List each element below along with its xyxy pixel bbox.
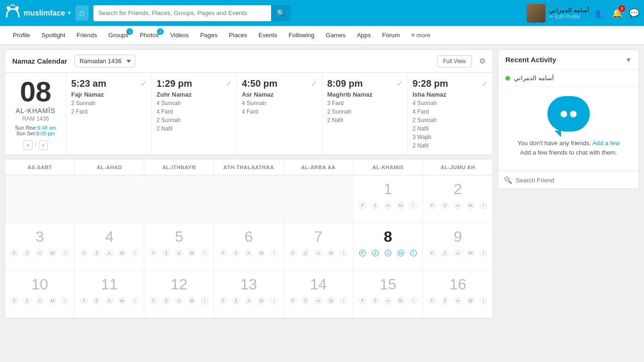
svg-point-0 <box>7 6 10 10</box>
cal-cell-day-2[interactable]: 2 F Z A M I <box>423 175 493 222</box>
pi6-A: A <box>245 250 252 256</box>
prayer-indicators-15: F Z A M I <box>356 297 420 304</box>
calendar-row-2: 3 F Z A M I 4 F Z A M <box>5 223 493 271</box>
search-input[interactable] <box>93 6 271 20</box>
cal-cell-day-6[interactable]: 6 F Z A M I <box>214 223 284 270</box>
asr-check-icon[interactable]: ✓ <box>311 79 317 88</box>
nav-item-games[interactable]: Games <box>320 26 351 45</box>
notifications-icon-button[interactable]: 🔔 3 <box>612 8 622 18</box>
nav-item-apps[interactable]: Apps <box>351 26 377 45</box>
online-status-indicator <box>505 76 510 81</box>
cal-cell-day-9[interactable]: 9 F Z A M I <box>423 223 493 270</box>
search-submit-button[interactable]: 🔍 <box>271 5 291 21</box>
cal-cell-day-13[interactable]: 13 F Z A M I <box>214 271 284 318</box>
pi2-Z: Z <box>442 202 448 209</box>
messages-icon-button[interactable]: 💬 <box>629 8 639 18</box>
nav-item-videos[interactable]: Videos <box>165 26 195 45</box>
edit-profile-link[interactable]: ✏ Edit Profile <box>549 14 589 20</box>
fajr-detail-2: 2 Fard <box>71 108 147 115</box>
nav-item-events[interactable]: Events <box>253 26 283 45</box>
pi4-M: M <box>119 250 125 256</box>
cal-cell-day-12[interactable]: 12 F Z A M I <box>144 271 214 318</box>
recent-activity-collapse-button[interactable]: ▼ <box>625 56 632 64</box>
cal-cell-day-1[interactable]: 1 F Z A M I <box>354 175 423 222</box>
nav-item-profile[interactable]: Profile <box>7 26 36 45</box>
chat-dot-2 <box>570 111 577 117</box>
calendar-row-3: 10 F Z A M I 11 F Z A M <box>5 271 493 318</box>
cal-cell-day-5[interactable]: 5 F Z A M I <box>144 223 214 270</box>
photos-badge: 2 <box>157 28 164 35</box>
settings-icon[interactable]: ⚙ <box>479 57 486 66</box>
pencil-icon: ✏ <box>549 14 553 20</box>
isha-detail-6: 2 Nafil <box>413 142 488 149</box>
pi4-F: F <box>81 250 87 256</box>
pi9-M: M <box>467 250 474 256</box>
cal-cell-day-8[interactable]: 8 F Z A M I <box>354 223 423 270</box>
maghrib-check-icon[interactable]: ✓ <box>396 79 403 88</box>
cal-cell-empty-1[interactable] <box>5 175 75 222</box>
cal-cell-day-14[interactable]: 14 F Z A M I <box>284 271 354 318</box>
top-bar: muslimface ▾ ⌂ 🔍 أسامه الدمراني ✏ Edit P… <box>0 0 644 26</box>
maghrib-detail-3: 2 Nafil <box>327 117 403 123</box>
maghrib-detail-2: 2 Sunnah <box>327 108 403 115</box>
cal-date-11: 11 <box>78 273 141 296</box>
sun-times: Sun Rise:6:48 am Sun Set:8:09 pm <box>15 125 56 136</box>
sun-set: Sun Set:8:09 pm <box>15 131 56 136</box>
full-view-button[interactable]: Full View <box>437 55 472 67</box>
isha-detail-1: 4 Sunnah <box>413 100 488 107</box>
fajr-check-icon[interactable]: ✓ <box>140 79 147 88</box>
nav-item-more[interactable]: ≡ more <box>405 26 436 45</box>
cal-cell-day-10[interactable]: 10 F Z A M I <box>5 271 75 318</box>
cal-cell-day-4[interactable]: 4 F Z A M I <box>75 223 145 270</box>
nav-item-friends[interactable]: Friends <box>71 26 102 45</box>
zuhr-check-icon[interactable]: ✓ <box>226 79 232 88</box>
ra-user-row: أسامه الدمراني <box>498 70 639 87</box>
pi10-Z: Z <box>24 297 30 304</box>
search-friend-icon: 🔍 <box>504 176 512 184</box>
chat-dot-1 <box>561 111 567 117</box>
pi4-I: I <box>132 250 138 256</box>
isha-detail-5: 3 Wajib <box>413 134 488 140</box>
cal-cell-day-3[interactable]: 3 F Z A M I <box>5 223 75 270</box>
pi10-F: F <box>11 297 17 304</box>
cal-cell-day-16[interactable]: 16 F Z A M I <box>423 271 493 318</box>
nav-item-photos[interactable]: Photos2 <box>134 26 164 45</box>
cal-cell-empty-2[interactable] <box>75 175 145 222</box>
nav-item-groups[interactable]: Groups1 <box>103 26 134 45</box>
cal-cell-day-7[interactable]: 7 F Z A M I <box>284 223 354 270</box>
nav-item-following[interactable]: Following <box>283 26 320 45</box>
cal-cell-empty-5[interactable] <box>284 175 354 222</box>
nav-item-spotlight[interactable]: Spotlight <box>36 26 71 45</box>
prayer-indicators-7: F Z A M I <box>287 250 350 256</box>
pi7-I: I <box>340 250 347 256</box>
nav-item-places[interactable]: Places <box>223 26 253 45</box>
period-select[interactable]: Ramadan 1436 <box>74 55 135 67</box>
cal-cell-day-11[interactable]: 11 F Z A M I <box>75 271 145 318</box>
zuhr-detail-1: 4 Sunnah <box>157 100 232 107</box>
pi16-I: I <box>480 297 487 304</box>
home-button[interactable]: ⌂ <box>75 5 89 21</box>
search-friend-input[interactable] <box>516 177 633 184</box>
isha-detail-4: 2 Nafil <box>413 125 488 132</box>
pi8-Z: Z <box>372 250 379 256</box>
nav-item-pages[interactable]: Pages <box>194 26 223 45</box>
logo[interactable]: muslimface ▾ <box>5 4 71 22</box>
pi9-F: F <box>429 250 436 256</box>
pi3-M: M <box>49 250 56 256</box>
pi8-I: I <box>410 250 417 256</box>
add-friends-link[interactable]: Add a few <box>593 140 620 147</box>
cal-date-1: 1 <box>356 178 420 200</box>
friends-icon-button[interactable]: 👥 <box>595 8 605 18</box>
next-day-button[interactable]: › <box>39 140 47 150</box>
nav-item-forum[interactable]: Forum <box>377 26 406 45</box>
prev-day-button[interactable]: ‹ <box>24 140 32 150</box>
cal-cell-day-15[interactable]: 15 F Z A M I <box>354 271 423 318</box>
cal-cell-empty-3[interactable] <box>144 175 214 222</box>
cal-date-10: 10 <box>8 273 72 296</box>
pi7-Z: Z <box>302 250 309 256</box>
isha-check-icon[interactable]: ✓ <box>482 79 488 88</box>
asr-name: Asr Namaz <box>242 91 317 98</box>
logo-chevron-icon[interactable]: ▾ <box>68 10 71 16</box>
cal-cell-empty-4[interactable] <box>214 175 284 222</box>
cal-date-4: 4 <box>78 226 141 248</box>
